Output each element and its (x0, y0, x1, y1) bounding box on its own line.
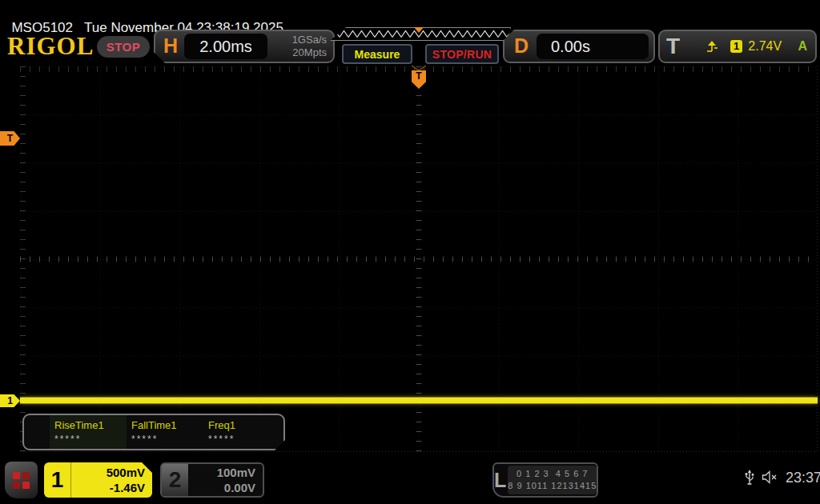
measurement-label: RiseTime1 (54, 419, 127, 431)
delay-block[interactable]: D 0.00s (503, 30, 655, 63)
acquisition-info: 1GSa/s 20Mpts (292, 34, 327, 59)
logic-analyzer-block[interactable]: L 0 1 2 3 4 5 6 7 8 9 1011 12131415 (492, 462, 598, 498)
measurement-item-risetime[interactable]: RiseTime1 ***** (50, 415, 127, 449)
trigger-mode: A (798, 39, 807, 54)
channel2-number: 2 (162, 464, 188, 496)
channel2-values: 100mV 0.00V (188, 464, 263, 496)
measurement-label: Freq1 (208, 419, 280, 431)
channel1-offset-marker[interactable]: 1 (0, 394, 20, 407)
usb-icon (744, 469, 755, 486)
trigger-source-badge: 1 (730, 40, 742, 53)
rigol-logo: RIGOL (7, 32, 94, 61)
run-state-label: STOP (107, 40, 141, 54)
channel1-offset-marker-label: 1 (7, 395, 13, 406)
stop-run-button[interactable]: STOP/RUN (425, 44, 499, 64)
trigger-block[interactable]: T 1 2.74V A (658, 30, 817, 63)
sample-rate: 1GSa/s (292, 34, 327, 46)
run-state-indicator: STOP (97, 36, 150, 58)
measurement-panel: RiseTime1 ***** FallTime1 ***** Freq1 **… (22, 414, 285, 450)
trigger-position-chevron-icon (411, 65, 427, 71)
trigger-position-marker-label: T (416, 70, 421, 89)
overview-trigger-position-icon[interactable] (414, 27, 424, 33)
measurement-item-freq[interactable]: Freq1 ***** (203, 415, 280, 449)
menu-grid-icon (13, 472, 30, 489)
channel1-offset: -1.46V (110, 480, 145, 495)
trigger-level-marker-label: T (7, 133, 13, 144)
channel1-number: 1 (44, 462, 71, 498)
measurement-value: ***** (54, 434, 127, 445)
menu-button[interactable] (5, 462, 38, 498)
delay-value: 0.00s (537, 34, 649, 59)
memory-depth: 20Mpts (292, 46, 327, 58)
measurement-item-falltime[interactable]: FallTime1 ***** (127, 415, 203, 449)
measurement-value: ***** (208, 434, 280, 445)
trigger-label: T (666, 34, 680, 59)
channel1-scale: 500mV (107, 465, 145, 480)
horizontal-label: H (163, 34, 178, 58)
speaker-muted-icon[interactable] (762, 470, 779, 484)
channel1-trace (20, 398, 818, 403)
digital-row-1: 0 1 2 3 4 5 6 7 (517, 468, 588, 480)
channel1-values: 500mV -1.46V (71, 462, 152, 498)
clock: 23:37 (786, 470, 820, 486)
delay-label: D (514, 34, 529, 58)
graticule-grid (20, 66, 818, 452)
digital-channel-numbers: 0 1 2 3 4 5 6 7 8 9 1011 12131415 (508, 466, 597, 494)
measure-button[interactable]: Measure (342, 44, 412, 64)
rising-edge-icon (705, 40, 719, 53)
measurement-label: FallTime1 (131, 419, 203, 431)
measurement-value: ***** (131, 434, 203, 445)
logic-analyzer-label: L (494, 464, 506, 496)
measure-button-label: Measure (355, 48, 400, 61)
stop-run-button-label: STOP/RUN (432, 48, 492, 61)
horizontal-settings-block[interactable]: H 2.00ms 1GSa/s 20Mpts (154, 30, 335, 63)
timebase-value: 2.00ms (184, 34, 267, 59)
channel1-block[interactable]: 1 500mV -1.46V (44, 462, 152, 498)
channel2-scale: 100mV (217, 465, 255, 480)
trigger-level-value: 2.74V (748, 39, 782, 54)
channel2-block[interactable]: 2 100mV 0.00V (160, 462, 264, 498)
waveform-display-area[interactable] (20, 66, 818, 452)
channel2-offset: 0.00V (224, 480, 255, 495)
trigger-level-marker[interactable]: T (0, 131, 20, 146)
digital-row-2: 8 9 1011 12131415 (508, 480, 597, 492)
